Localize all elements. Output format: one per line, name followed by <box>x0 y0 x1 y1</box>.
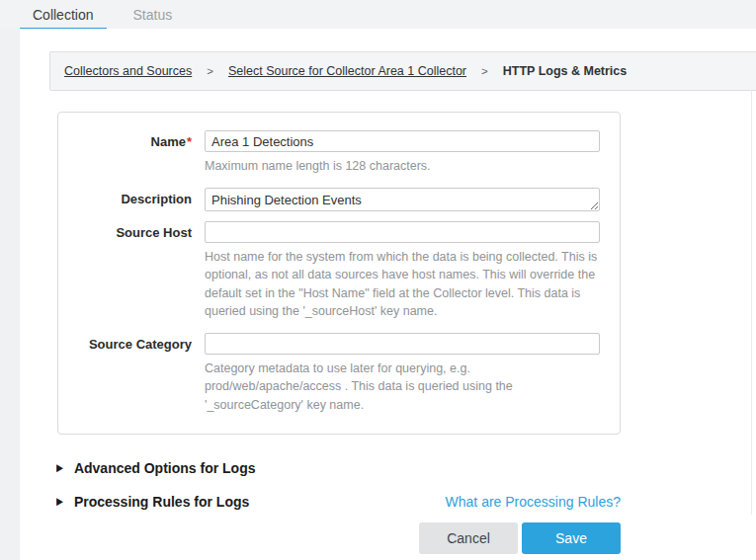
tab-collection[interactable]: Collection <box>33 7 93 23</box>
name-label: Name* <box>58 130 205 176</box>
advanced-options-section-label: Advanced Options for Logs <box>74 460 256 476</box>
what-are-processing-rules-link[interactable]: What are Processing Rules? <box>446 494 621 510</box>
name-input[interactable] <box>205 130 600 152</box>
source-category-help-text: Category metadata to use later for query… <box>205 360 602 415</box>
save-button[interactable]: Save <box>522 522 621 554</box>
expand-triangle-icon: ▶ <box>56 463 63 473</box>
source-host-help-text: Host name for the system from which the … <box>205 248 602 321</box>
panel-right-border <box>751 90 752 515</box>
name-help-text: Maximum name length is 128 characters. <box>205 157 602 176</box>
name-label-text: Name <box>151 134 186 149</box>
source-category-label: Source Category <box>58 333 205 415</box>
required-asterisk: * <box>187 134 192 149</box>
source-category-field-row: Source Category Category metadata to use… <box>58 333 620 415</box>
source-host-input[interactable] <box>205 221 600 243</box>
breadcrumb-collectors-and-sources[interactable]: Collectors and Sources <box>64 64 192 78</box>
tab-status[interactable]: Status <box>132 7 172 23</box>
processing-rules-section-toggle[interactable]: ▶ Processing Rules for Logs <box>56 494 249 510</box>
breadcrumb-separator: > <box>481 65 488 77</box>
name-field-row: Name* Maximum name length is 128 charact… <box>58 130 620 176</box>
breadcrumb-select-source[interactable]: Select Source for Collector Area 1 Colle… <box>228 64 466 78</box>
description-textarea[interactable]: Phishing Detection Events <box>205 188 600 211</box>
processing-rules-row: ▶ Processing Rules for Logs What are Pro… <box>56 494 621 510</box>
source-host-field-row: Source Host Host name for the system fro… <box>58 221 620 321</box>
breadcrumb-separator: > <box>207 65 213 77</box>
cancel-button[interactable]: Cancel <box>419 522 518 554</box>
source-host-label: Source Host <box>58 221 205 321</box>
advanced-options-section-toggle[interactable]: ▶ Advanced Options for Logs <box>56 460 756 476</box>
expand-triangle-icon: ▶ <box>56 497 63 507</box>
description-label: Description <box>58 188 205 211</box>
source-config-card: Name* Maximum name length is 128 charact… <box>57 112 621 435</box>
breadcrumb-current-page: HTTP Logs & Metrics <box>503 64 627 78</box>
breadcrumb: Collectors and Sources > Select Source f… <box>49 51 756 91</box>
content-panel: Collectors and Sources > Select Source f… <box>20 29 756 560</box>
description-field-row: Description Phishing Detection Events <box>58 188 620 211</box>
source-category-input[interactable] <box>205 333 600 355</box>
processing-rules-section-label: Processing Rules for Logs <box>74 494 249 510</box>
tab-bar: Collection Status <box>0 0 756 29</box>
form-actions: Cancel Save <box>56 522 621 554</box>
